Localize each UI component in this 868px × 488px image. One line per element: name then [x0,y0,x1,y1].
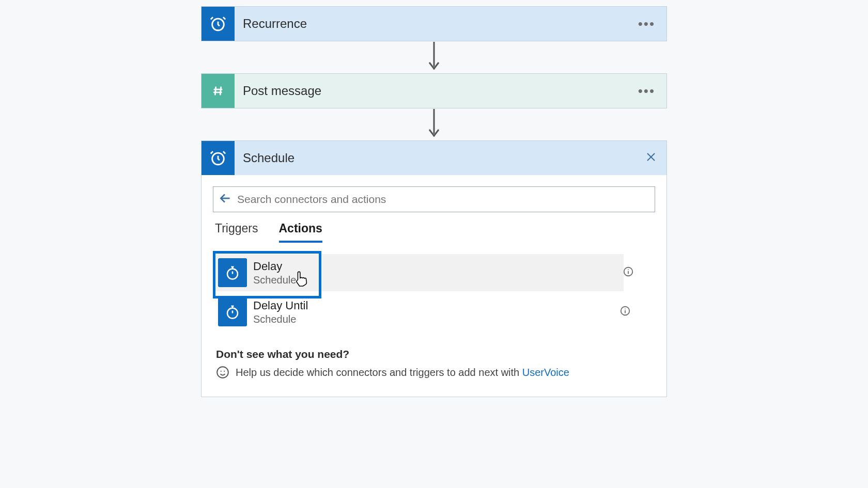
step-schedule-header[interactable]: Schedule [201,140,667,175]
svg-point-18 [224,371,225,372]
alarm-clock-icon [209,15,227,33]
footer-help-text: Help us decide which connectors and trig… [236,367,522,378]
action-subtitle: Schedule [253,274,296,286]
info-icon [623,266,634,277]
search-input[interactable] [237,193,649,206]
info-icon [619,305,631,317]
action-delay-until[interactable]: Delay Until Schedule [213,293,634,330]
action-subtitle: Schedule [253,313,308,325]
svg-point-17 [221,371,222,372]
step-recurrence[interactable]: Recurrence ••• [201,6,667,41]
action-picker-panel: Triggers Actions Delay Schedule [201,175,667,397]
flow-arrow [424,41,444,73]
action-delay[interactable]: Delay Schedule [213,254,624,291]
flow-arrow [424,108,444,140]
tab-triggers[interactable]: Triggers [215,222,258,243]
more-menu-button[interactable]: ••• [638,16,655,32]
step-post-message[interactable]: Post message ••• [201,73,667,108]
schedule-icon-tile [202,141,235,175]
svg-point-15 [625,308,626,309]
info-button[interactable] [619,305,631,319]
svg-point-16 [217,367,228,378]
action-list: Delay Schedule [213,254,655,330]
step-title: Post message [243,84,667,98]
info-button[interactable] [623,266,634,279]
footer-text: Help us decide which connectors and trig… [236,367,569,379]
close-icon [645,151,657,163]
stopwatch-icon [225,304,240,320]
action-icon-tile [218,258,247,287]
hash-icon [209,82,227,100]
tab-bar: Triggers Actions [215,222,655,243]
back-button[interactable] [219,192,232,207]
step-title: Schedule [243,151,667,165]
action-title: Delay Until [253,299,308,312]
svg-point-11 [628,269,629,270]
smile-icon [216,366,229,379]
arrow-left-icon [219,192,232,205]
step-title: Recurrence [243,17,667,31]
search-row[interactable] [213,186,655,212]
footer-heading: Don't see what you need? [216,348,655,360]
footer-row: Help us decide which connectors and trig… [216,366,655,379]
stopwatch-icon [225,265,240,280]
more-menu-button[interactable]: ••• [638,83,655,99]
action-title: Delay [253,260,296,273]
recurrence-icon-tile [202,7,235,41]
alarm-clock-icon [209,149,227,167]
tab-actions[interactable]: Actions [279,222,322,243]
close-button[interactable] [645,151,657,165]
uservoice-link[interactable]: UserVoice [522,367,569,378]
action-icon-tile [218,297,247,326]
post-icon-tile [202,74,235,108]
